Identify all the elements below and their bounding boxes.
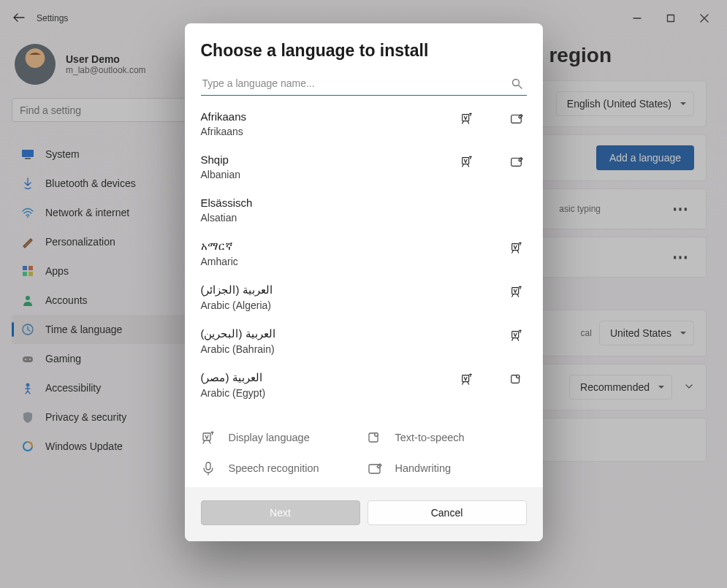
- cancel-button[interactable]: Cancel: [368, 500, 527, 525]
- language-native: Shqip: [201, 153, 460, 166]
- language-option[interactable]: አማርኛAmharic: [185, 231, 543, 275]
- display-icon: [460, 112, 474, 125]
- language-native: العربية (مصر): [201, 371, 460, 384]
- language-native: Afrikaans: [201, 110, 460, 123]
- speech-icon: [201, 461, 216, 476]
- language-option[interactable]: ShqipAlbanian: [185, 145, 543, 188]
- language-english: Arabic (Bahrain): [201, 343, 509, 355]
- modal-scrim: Choose a language to install AfrikaansAf…: [0, 0, 727, 588]
- language-native: አማርኛ: [201, 240, 509, 253]
- tts-icon: [368, 430, 382, 445]
- language-native: العربية (البحرين): [201, 327, 509, 340]
- language-option[interactable]: ElsässischAlsatian: [185, 188, 543, 231]
- language-option[interactable]: العربية (الجزائر)Arabic (Algeria): [185, 275, 543, 318]
- tts-icon: [509, 373, 524, 386]
- display-icon: [460, 155, 474, 168]
- language-option[interactable]: العربية (مصر)Arabic (Egypt): [185, 362, 543, 406]
- dialog-title: Choose a language to install: [201, 41, 527, 61]
- language-native: العربية (الجزائر): [201, 283, 509, 297]
- display-language-icon: [201, 430, 216, 445]
- language-option[interactable]: العربية (البحرين)Arabic (Bahrain): [185, 318, 543, 362]
- search-icon: [511, 78, 522, 91]
- language-search-input[interactable]: [201, 74, 527, 96]
- display-icon: [509, 329, 524, 342]
- svg-point-21: [512, 80, 519, 86]
- language-english: Arabic (Egypt): [201, 387, 460, 399]
- language-english: Arabic (Algeria): [201, 299, 509, 311]
- settings-window: Settings User Demo m_lab@outlook.com Sys…: [0, 0, 727, 588]
- language-english: Albanian: [201, 169, 460, 180]
- language-english: Afrikaans: [201, 126, 460, 137]
- handwriting-icon: [509, 155, 524, 168]
- feature-legend: Display language Text-to-speech Speech r…: [185, 421, 543, 487]
- next-button[interactable]: Next: [201, 500, 360, 525]
- language-native: Elsässisch: [201, 196, 524, 209]
- language-list[interactable]: AfrikaansAfrikaansShqipAlbanianElsässisc…: [185, 102, 543, 421]
- handwriting-icon: [368, 461, 382, 476]
- language-english: Amharic: [201, 256, 509, 267]
- display-icon: [460, 373, 474, 386]
- display-icon: [509, 285, 524, 298]
- install-language-dialog: Choose a language to install AfrikaansAf…: [185, 23, 543, 541]
- language-option[interactable]: AfrikaansAfrikaans: [185, 102, 543, 145]
- display-icon: [509, 241, 524, 254]
- language-english: Alsatian: [201, 212, 524, 224]
- handwriting-icon: [509, 112, 524, 125]
